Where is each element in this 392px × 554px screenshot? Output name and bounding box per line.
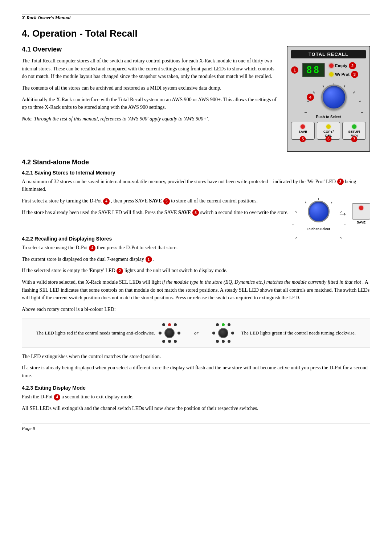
total-recall-panel: TOTAL RECALL 1 88 Empty 2 Wr Prot <box>287 46 370 152</box>
dpot-knob[interactable] <box>321 85 347 110</box>
bicolour-left: The LED lights red if the control needs … <box>36 323 180 343</box>
dot2-bl <box>216 340 219 343</box>
dot-br <box>174 340 177 343</box>
section-421-para1: A maximum of 32 stores can be saved in i… <box>22 178 370 193</box>
bicolour-right-diagram <box>212 323 234 343</box>
dpot-area: 4 <box>291 81 366 119</box>
section-41-heading: 4.1 Overview <box>22 46 278 53</box>
knob-left <box>164 328 175 338</box>
footer: Page 8 <box>22 423 370 431</box>
bicolour-section: The LED lights red if the control needs … <box>22 319 370 348</box>
illustration-save-button <box>352 203 370 219</box>
inline-badge-dpot-423: 4 <box>54 394 60 401</box>
bicolour-left-diagram <box>159 323 180 343</box>
inline-badge-dpot-422: 4 <box>89 245 95 251</box>
led-empty-label: Empty <box>335 63 347 68</box>
section-422-heading: 4.2.2 Recalling and Displaying Stores <box>22 236 370 242</box>
save-led <box>301 124 305 129</box>
dot2-ml <box>212 332 215 335</box>
inline-badge-wrprot: 3 <box>337 178 344 185</box>
badge-2: 2 <box>349 62 356 69</box>
section-421-heading: 4.2.1 Saving Stores to Internal Memory <box>22 170 370 176</box>
section-42-heading: 4.2 Stand-alone Mode <box>22 159 370 166</box>
save-button-panel[interactable]: SAVE 5 <box>291 122 315 140</box>
setupmidi-button-panel[interactable]: SETUP/MIDI 7 <box>342 122 366 140</box>
section-422-para6: The LED extinguishes when the control ma… <box>22 353 370 361</box>
badge-1: 1 <box>291 66 298 74</box>
header-label: X-Rack Owner's Manual <box>22 15 370 21</box>
dot2-tr2 <box>228 323 230 326</box>
section-422-para2: The current store is displayed on the du… <box>22 255 370 263</box>
section-41-text: 4.1 Overview The Total Recall computer s… <box>22 46 278 152</box>
dpot-push-label: Push to Select <box>316 115 341 119</box>
dot-tr2 <box>174 323 177 326</box>
section-423-para1: Push the D-Pot 4 a second time to exit d… <box>22 393 370 401</box>
dot-ml <box>159 332 162 335</box>
badge-7: 7 <box>351 136 357 142</box>
badge-5: 5 <box>300 136 306 142</box>
dot2-tr <box>222 323 225 326</box>
bicolour-left-text: The LED lights red if the control needs … <box>36 329 155 337</box>
display-box: 88 <box>302 63 325 78</box>
section-423-heading: 4.2.3 Exiting Display Mode <box>22 385 370 391</box>
led-wrprot <box>329 72 334 77</box>
dpot-ring-container <box>318 81 350 114</box>
dot-tl <box>162 323 165 326</box>
section-421-para3: If the store has already been used the S… <box>22 209 297 217</box>
section-421-mid: First select a store by turning the D-Po… <box>22 197 370 231</box>
dot-bc <box>168 340 171 343</box>
section-423: 4.2.3 Exiting Display Mode Push the D-Po… <box>22 385 370 412</box>
bicolour-right-text: The LED lights green if the control need… <box>241 329 356 337</box>
dot2-tl <box>216 323 219 326</box>
illustration-save-btn-container: SAVE <box>352 203 370 224</box>
copydel-led <box>326 124 331 129</box>
dot-tr <box>168 323 171 326</box>
illustration-save-label: SAVE <box>352 221 370 224</box>
illustration-arrow: → <box>338 208 348 219</box>
or-text: or <box>194 330 199 336</box>
illustration-421: Push to Select → SAVE <box>304 197 370 231</box>
section-421: 4.2.1 Saving Stores to Internal Memory A… <box>22 170 370 231</box>
footer-label: Page 8 <box>22 426 35 431</box>
badge-4: 4 <box>307 94 314 101</box>
section-422-para4: With a valid store selected, the X-Rack … <box>22 278 370 302</box>
section-422-para5: Above each rotary control is a bi-colour… <box>22 305 370 313</box>
setupmidi-led <box>352 124 356 129</box>
page-title: 4. Operation - Total Recall <box>22 28 370 39</box>
section-422: 4.2.2 Recalling and Displaying Stores To… <box>22 236 370 380</box>
panel-title: TOTAL RECALL <box>291 50 366 58</box>
section-421-mid-text: First select a store by turning the D-Po… <box>22 197 297 220</box>
section-41-para2: The contents of all the stores can be ar… <box>22 84 278 92</box>
dot-bl <box>162 340 165 343</box>
illustration-dpot-knob <box>308 201 330 222</box>
badge-3: 3 <box>351 71 358 78</box>
dot2-bc <box>222 340 225 343</box>
bicolour-right: The LED lights green if the control need… <box>212 323 356 343</box>
section-422-para7: If a store is already being displayed wh… <box>22 364 370 379</box>
badge-6: 6 <box>326 136 332 142</box>
section-423-para2: All SEL LEDs will extinguish and the cha… <box>22 405 370 413</box>
illustration-push-label: Push to Select <box>307 227 330 231</box>
inline-badge-dpot-421: 4 <box>103 198 110 205</box>
buttons-row: SAVE 5 COPY/DEL 6 SETUP/MIDI 7 <box>291 122 366 140</box>
knob-right <box>218 328 228 338</box>
illustration-dpot: Push to Select <box>304 197 333 231</box>
section-421-para2: First select a store by turning the D-Po… <box>22 197 297 205</box>
inline-badge-empty-422: 2 <box>117 268 123 274</box>
illustration-save-led <box>359 206 363 210</box>
section-41-para1: The Total Recall computer stores all of … <box>22 57 278 81</box>
inline-badge-save2-421: 5 <box>192 209 199 216</box>
inline-badge-display-422: 1 <box>146 256 152 263</box>
section-422-para1: To select a store using the D-Pot 4 then… <box>22 244 370 252</box>
section-422-para3: If the selected store is empty the 'Empt… <box>22 267 370 275</box>
recall-panel-body: TOTAL RECALL 1 88 Empty 2 Wr Prot <box>287 46 370 152</box>
section-42: 4.2 Stand-alone Mode 4.2.1 Saving Stores… <box>22 159 370 413</box>
led-empty <box>329 63 334 68</box>
header-line: X-Rack Owner's Manual <box>22 15 370 24</box>
section-41-note: Note. Through the rest of this manual, r… <box>22 115 278 123</box>
copydel-button-panel[interactable]: COPY/DEL 6 <box>317 122 340 140</box>
dot2-mr <box>231 332 234 335</box>
section-41-para3: Additionally the X-Rack can interface wi… <box>22 96 278 111</box>
dot-mr <box>177 332 180 335</box>
led-wrprot-label: Wr Prot <box>335 72 350 77</box>
